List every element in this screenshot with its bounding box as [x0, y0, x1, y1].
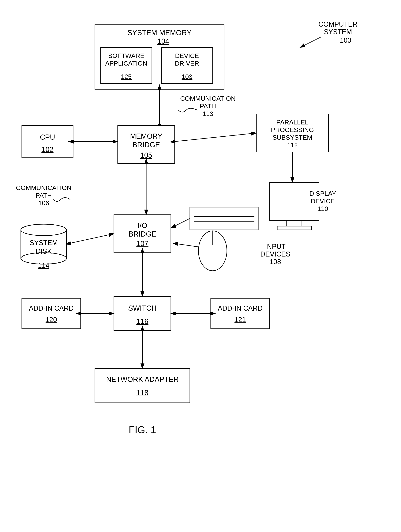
comm-path-113-ref: 113 — [203, 110, 213, 117]
svg-line-2 — [300, 37, 321, 48]
software-application-ref: 125 — [121, 73, 132, 80]
add-in-card-right-label: ADD-IN CARD — [218, 304, 263, 312]
switch-label: SWITCH — [128, 304, 157, 312]
parallel-processing-label2: PROCESSING — [271, 126, 314, 133]
network-adapter-box — [95, 369, 190, 403]
parallel-processing-label3: SUBSYSTEM — [272, 134, 312, 141]
memory-bridge-ref: 105 — [140, 151, 152, 159]
comm-path-106-label1: COMMUNICATION — [16, 184, 71, 191]
add-in-card-right-box — [211, 298, 269, 329]
system-disk-label2: DISK — [36, 247, 52, 255]
cpu-ref: 102 — [41, 146, 53, 153]
io-bridge-label2: BRIDGE — [129, 230, 156, 238]
figure-label: FIG. 1 — [129, 424, 156, 435]
keyboard-icon — [190, 207, 258, 230]
system-disk-label1: SYSTEM — [30, 239, 58, 247]
input-devices-label1: INPUT — [265, 243, 286, 250]
display-device-stand-neck — [287, 220, 302, 226]
display-device-ref: 110 — [317, 205, 328, 212]
input-devices-label2: DEVICES — [260, 250, 290, 258]
io-bridge-ref: 107 — [136, 240, 148, 247]
system-memory-label: SYSTEM MEMORY — [127, 29, 191, 37]
software-application-label1: SOFTWARE — [108, 52, 144, 59]
comm-path-113-label2: PATH — [200, 102, 216, 110]
switch-box — [114, 296, 171, 331]
system-memory-ref: 104 — [157, 37, 169, 45]
network-adapter-label: NETWORK ADAPTER — [106, 375, 179, 383]
cpu-label: CPU — [40, 133, 55, 141]
device-driver-label1: DEVICE — [175, 52, 199, 59]
add-in-card-right-ref: 121 — [234, 316, 246, 323]
display-device-stand-base — [277, 226, 311, 230]
memory-bridge-label2: BRIDGE — [132, 141, 160, 149]
svg-line-13 — [171, 218, 190, 228]
comm-path-106-label2: PATH — [36, 192, 52, 199]
system-disk-ref: 114 — [38, 262, 49, 269]
switch-ref: 116 — [136, 317, 148, 325]
add-in-card-left-ref: 120 — [46, 316, 57, 323]
device-driver-ref: 103 — [182, 73, 193, 80]
comm-path-106-ref: 106 — [38, 199, 49, 207]
svg-line-5 — [175, 133, 256, 142]
input-devices-ref: 108 — [269, 258, 281, 266]
parallel-processing-label1: PARALLEL — [276, 119, 308, 126]
network-adapter-ref: 118 — [136, 389, 148, 397]
software-application-label2: APPLICATION — [105, 60, 147, 67]
diagram-container: COMPUTER SYSTEM 100 SYSTEM MEMORY 104 SO… — [0, 0, 401, 532]
memory-bridge-label1: MEMORY — [130, 132, 162, 140]
computer-system-ref: 100 — [340, 37, 351, 44]
comm-path-113-label1: COMMUNICATION — [180, 95, 236, 102]
display-device-label1: DISPLAY — [309, 190, 336, 197]
display-device-label2: DEVICE — [311, 197, 335, 205]
svg-line-8 — [70, 234, 114, 243]
computer-system-label2: SYSTEM — [324, 28, 352, 36]
add-in-card-left-box — [22, 298, 81, 329]
io-bridge-label1: I/O — [138, 222, 147, 229]
device-driver-label2: DRIVER — [175, 60, 199, 67]
add-in-card-left-label: ADD-IN CARD — [29, 304, 74, 312]
svg-line-15 — [173, 243, 199, 247]
parallel-processing-ref: 112 — [287, 141, 298, 149]
computer-system-label: COMPUTER — [318, 20, 357, 28]
system-disk-top2 — [21, 224, 66, 236]
